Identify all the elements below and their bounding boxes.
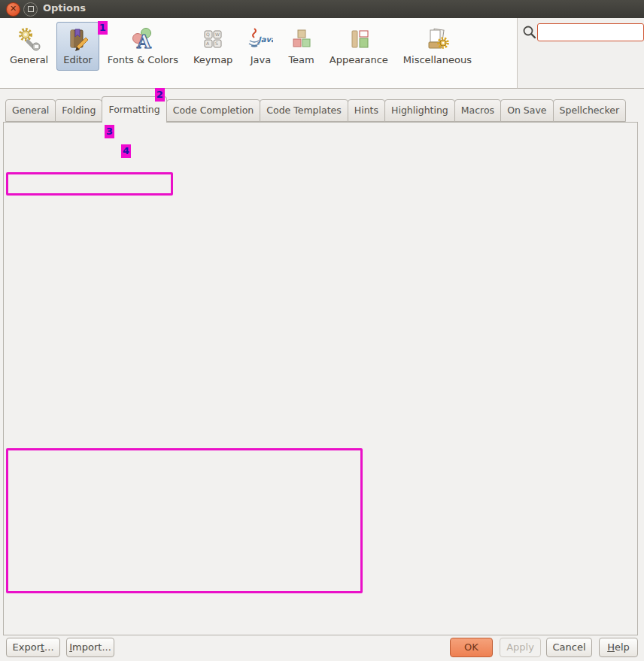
formatting-panel (3, 122, 638, 635)
toolbar-button-appearance[interactable]: Appearance (323, 22, 395, 71)
docs-gear-icon (424, 26, 450, 52)
svg-text:A: A (136, 31, 151, 52)
toolbar-button-label: Miscellaneous (403, 54, 472, 65)
toolbar-button-fonts-colors[interactable]: AFonts & Colors (101, 22, 185, 71)
options-window: ✕ Options GeneralEditor1AFonts & ColorsQ… (0, 0, 644, 661)
editor-tabbar: GeneralFoldingFormatting2Code Completion… (3, 96, 625, 123)
tab-code-completion[interactable]: Code Completion (166, 99, 261, 122)
search-input[interactable] (537, 23, 644, 41)
tab-highlighting[interactable]: Highlighting (384, 99, 455, 122)
toolbar-button-editor[interactable]: Editor1 (56, 22, 99, 71)
book-pencil-icon (65, 26, 90, 52)
maximize-icon[interactable] (23, 2, 38, 17)
layout-blocks-icon (346, 26, 372, 52)
team-cubes-icon (289, 26, 314, 52)
category-toolbar: GeneralEditor1AFonts & ColorsQWASKeymapJ… (0, 18, 518, 89)
cancel-button[interactable]: Cancel (546, 638, 592, 657)
annotation-badge-1: 1 (98, 21, 108, 35)
search-area (518, 18, 644, 89)
toolbar-button-label: General (10, 54, 48, 65)
titlebar: ✕ Options (0, 0, 644, 19)
svg-text:Q: Q (206, 32, 210, 37)
keyboard-icon: QWAS (200, 26, 226, 52)
svg-text:W: W (215, 32, 220, 37)
svg-text:Java: Java (257, 35, 273, 44)
toolbar-button-team[interactable]: Team (281, 22, 320, 71)
toolbar-button-label: Fonts & Colors (108, 54, 178, 65)
annotation-badge-3: 3 (105, 125, 114, 138)
toolbar-button-java[interactable]: JavaJava (241, 22, 280, 71)
import-button[interactable]: Import... (66, 638, 114, 657)
search-icon (522, 25, 537, 40)
tab-code-templates[interactable]: Code Templates (260, 99, 348, 122)
toolbar-button-label: Editor (63, 54, 92, 65)
tab-hints[interactable]: Hints (348, 99, 385, 122)
tab-on-save[interactable]: On Save (500, 99, 553, 122)
toolbar-button-label: Appearance (330, 54, 388, 65)
toolbar-button-miscellaneous[interactable]: Miscellaneous (396, 22, 478, 71)
tab-macros[interactable]: Macros (454, 99, 501, 122)
tab-general[interactable]: General (5, 99, 56, 122)
svg-text:S: S (215, 41, 218, 46)
help-button[interactable]: Help (599, 638, 638, 657)
annotation-badge-4: 4 (121, 144, 131, 158)
toolbar-button-keymap[interactable]: QWASKeymap (187, 22, 239, 71)
tab-spellchecker[interactable]: Spellchecker (553, 99, 627, 122)
tab-folding[interactable]: Folding (55, 99, 102, 122)
ok-button[interactable]: OK (450, 638, 493, 657)
tab-formatting[interactable]: Formatting2 (102, 96, 166, 123)
export-button[interactable]: Export... (6, 638, 60, 657)
java-cup-icon: Java (248, 26, 273, 52)
annotation-badge-2: 2 (155, 88, 165, 102)
window-title: Options (43, 2, 86, 14)
toolbar-button-label: Java (251, 54, 271, 65)
toolbar-button-label: Team (288, 54, 314, 65)
close-icon[interactable]: ✕ (6, 2, 20, 17)
gear-wrench-icon (17, 26, 42, 52)
fonts-colors-icon: A (130, 26, 156, 52)
apply-button[interactable]: Apply (500, 638, 541, 657)
toolbar-button-label: Keymap (193, 54, 232, 65)
toolbar-button-general[interactable]: General (3, 22, 55, 71)
